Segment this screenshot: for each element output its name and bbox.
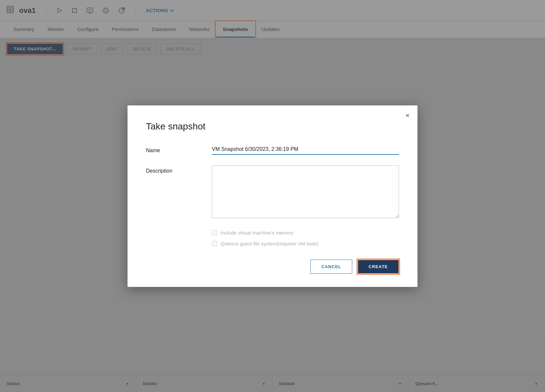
name-input[interactable] xyxy=(212,145,399,155)
memory-checkbox-row: Include virtual machine's memory xyxy=(146,230,399,236)
quiesce-checkbox-row: Quiesce guest file system(requires VM to… xyxy=(146,241,399,246)
description-field-container xyxy=(212,165,399,219)
quiesce-label: Quiesce guest file system(requires VM to… xyxy=(220,241,319,246)
modal-close-button[interactable]: × xyxy=(405,112,410,119)
cancel-button[interactable]: CANCEL xyxy=(310,260,352,274)
memory-checkbox[interactable] xyxy=(212,230,217,235)
modal-title: Take snapshot xyxy=(146,121,399,132)
take-snapshot-modal: Take snapshot × Name Description Include… xyxy=(128,105,417,287)
description-row: Description xyxy=(146,165,399,219)
description-label: Description xyxy=(146,165,212,174)
name-label: Name xyxy=(146,145,212,154)
quiesce-checkbox[interactable] xyxy=(212,241,217,246)
modal-footer: CANCEL CREATE xyxy=(146,260,399,274)
description-textarea[interactable] xyxy=(212,165,399,218)
create-button[interactable]: CREATE xyxy=(358,260,399,274)
modal-overlay: Take snapshot × Name Description Include… xyxy=(0,0,545,392)
close-icon: × xyxy=(405,111,410,120)
name-field-container xyxy=(212,145,399,155)
name-row: Name xyxy=(146,145,399,155)
memory-label: Include virtual machine's memory xyxy=(220,230,294,236)
